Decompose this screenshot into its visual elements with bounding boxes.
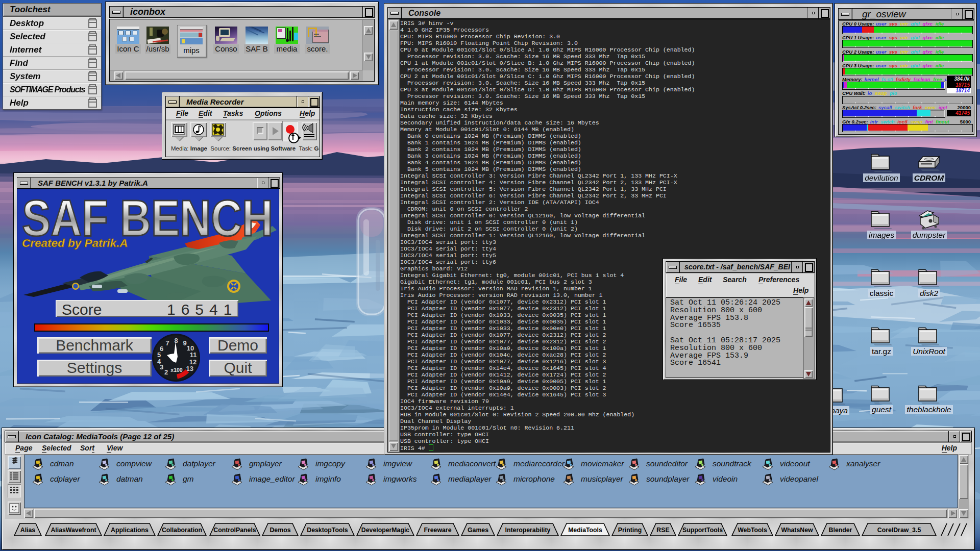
svg-text:WhatsNew: WhatsNew [781,527,813,534]
svg-text:Games: Games [468,527,488,534]
svg-text:7: 7 [165,339,169,347]
svg-text:AliasWavefront: AliasWavefront [51,527,96,534]
svg-text:Printing: Printing [618,527,642,534]
svg-text:Collaboration: Collaboration [162,527,202,534]
svg-text:DeveloperMagic: DeveloperMagic [361,527,409,534]
svg-text:RSE: RSE [656,527,669,534]
svg-text:ControlPanels: ControlPanels [213,527,256,534]
svg-text:Applications: Applications [111,527,149,534]
svg-text:CorelDraw_3.5: CorelDraw_3.5 [877,527,921,534]
svg-text:SupportTools: SupportTools [682,527,723,534]
svg-text:2: 2 [164,368,168,376]
svg-text:MediaTools: MediaTools [568,527,602,534]
svg-text:Interoperability: Interoperability [505,527,551,534]
svg-text:6: 6 [160,345,163,353]
svg-text:8: 8 [174,337,178,344]
svg-text:Freeware: Freeware [424,527,451,534]
svg-text:11: 11 [190,351,197,359]
svg-text:DesktopTools: DesktopTools [307,527,348,534]
svg-text:Created by Patrik.A: Created by Patrik.A [22,237,128,249]
svg-text:4: 4 [157,358,161,365]
svg-text:Demos: Demos [270,527,290,534]
svg-text:WebTools: WebTools [738,527,767,534]
svg-text:x100: x100 [170,367,183,373]
svg-text:Blender: Blender [829,527,852,534]
svg-text:9: 9 [183,339,186,347]
svg-text:Alias: Alias [20,527,36,534]
